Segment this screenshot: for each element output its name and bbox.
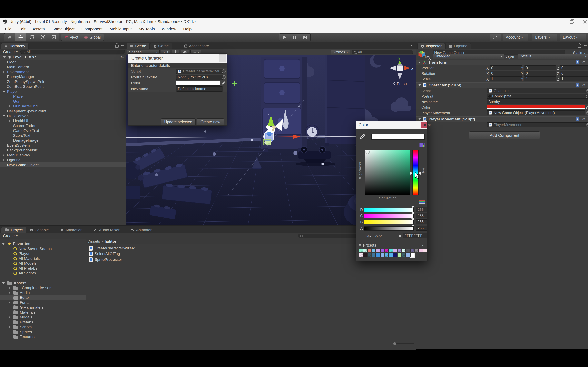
assets-root[interactable]: Assets [0,281,86,285]
play-button[interactable] [279,33,290,41]
character-script-header[interactable]: Character (Script) ? ⚙ [416,82,588,88]
hierarchy-item[interactable]: Player [0,94,126,99]
expand-arrow-icon[interactable] [9,325,10,328]
hierarchy-item[interactable]: MenuCanvas [0,153,126,158]
expand-arrow-icon[interactable] [9,301,10,304]
folder-item[interactable]: Models [0,315,86,320]
rotation-x-field[interactable]: 0 [490,71,522,76]
preset-swatch[interactable] [376,253,380,257]
expand-arrow-icon[interactable] [9,120,11,122]
layout-dropdown[interactable]: Layout▾ [560,34,586,41]
script-object-field[interactable]: CreateCharacterWizar [176,69,223,74]
rotate-tool-button[interactable] [26,33,37,42]
preset-swatch[interactable] [372,249,376,252]
preset-swatch[interactable] [406,253,410,257]
hierarchy-item[interactable]: Floor [0,60,126,65]
red-value-field[interactable]: 255 [416,207,427,212]
lock-icon[interactable] [578,45,581,48]
gear-icon[interactable]: ⚙ [582,83,586,87]
create-new-button[interactable]: Create new [197,118,224,125]
position-x-field[interactable]: 0 [490,66,522,70]
help-icon[interactable]: ? [576,60,579,64]
panel-menu-icon[interactable]: ▾≡ [411,43,414,47]
preset-swatch[interactable] [419,249,423,252]
preset-swatch[interactable] [367,249,371,252]
hierarchy-item[interactable]: EventSystem [0,143,126,148]
wizard-title-bar[interactable]: Create Character [128,54,227,63]
slider-handle[interactable] [393,342,396,345]
rotation-z-field[interactable]: 0 [560,71,588,76]
layer-dropdown[interactable]: Default▾ [518,54,588,59]
move-tool-button[interactable] [15,33,26,42]
hierarchy-item[interactable]: ZomBearSpawnPoint [0,84,126,89]
scene-header-row[interactable]: Level 01 5.x* ▾≡ [0,55,126,60]
preset-swatch[interactable] [363,249,367,252]
scene-menu-icon[interactable]: ▾≡ [121,55,124,59]
folder-item-selected[interactable]: Editor [0,295,86,300]
tab-audio-mixer[interactable]: Audio Mixer [91,227,123,233]
expand-arrow-icon[interactable] [3,56,6,58]
folder-item[interactable]: Fonts [0,300,86,305]
scale-z-field[interactable]: 1 [560,76,588,81]
menu-my-tools[interactable]: My Tools [135,27,158,31]
preset-swatch[interactable] [389,253,393,257]
green-value-field[interactable]: 255 [416,213,427,218]
gear-icon[interactable]: ⚙ [582,60,586,65]
menu-edit[interactable]: Edit [15,27,29,31]
preset-swatch[interactable] [415,249,419,252]
hue-slider[interactable] [412,150,419,195]
menu-help[interactable]: Help [180,27,195,31]
favorite-item[interactable]: All Materials [0,256,86,261]
hand-tool-button[interactable] [4,33,15,42]
favorites-header[interactable]: ★ Favorites [0,242,86,246]
tab-asset-store[interactable]: Asset Store [181,43,212,49]
player-movement-object-field[interactable]: New Game Object (PlayerMovement) [487,110,585,115]
hierarchy-item[interactable]: BackgroundMusic [0,148,126,153]
folder-item[interactable]: Scripts [0,325,86,329]
favorite-item[interactable]: All Prefabs [0,266,86,271]
transform-header[interactable]: Transform ? ⚙ [416,59,588,65]
expand-arrow-icon[interactable] [3,71,4,73]
tab-lighting[interactable]: Lighting [445,43,471,49]
preset-swatch[interactable] [393,253,397,257]
expand-arrow-icon[interactable] [9,291,10,294]
wizard-close-button[interactable] [219,54,226,62]
tab-project[interactable]: Project [1,227,26,233]
color-swatch-field[interactable] [176,81,220,86]
script-object-field[interactable]: Character [487,88,588,93]
expand-arrow-icon[interactable] [3,159,4,161]
menu-mobile-input[interactable]: Mobile Input [106,27,135,31]
gizmos-dropdown[interactable]: Gizmos▾ [330,50,350,55]
project-create-button[interactable]: Create▾ [1,234,20,238]
tab-animator[interactable]: Animator [128,227,155,233]
preset-swatch[interactable] [380,253,384,257]
position-y-field[interactable]: 0 [524,66,556,70]
hierarchy-item-selected[interactable]: New Game Object [0,162,126,167]
hierarchy-item[interactable]: HUDCanvas [0,114,126,118]
picker-mode-icon[interactable] [419,143,425,147]
hex-color-input[interactable]: FFFFFFFF [403,233,427,238]
scale-y-field[interactable]: 1 [524,76,556,81]
menu-gameobject[interactable]: GameObject [48,27,78,31]
preset-swatch[interactable] [423,249,427,252]
player-movement-script-header[interactable]: Player Movement (Script) ? ⚙ [416,117,588,122]
hue-handle-left-icon[interactable] [410,171,412,175]
eyedropper-icon[interactable] [221,81,225,85]
menu-assets[interactable]: Assets [29,27,48,31]
tab-animation[interactable]: Animation [57,227,86,233]
alpha-value-field[interactable]: 255 [416,226,427,231]
hierarchy-item[interactable]: HellephantSpawnPoint [0,109,126,114]
expand-arrow-icon[interactable] [418,84,421,86]
portrait-object-field[interactable]: BombSprite [487,94,588,99]
hierarchy-item[interactable]: Gun [0,99,126,104]
hierarchy-item[interactable]: GunBarrelEnd [0,104,126,109]
object-picker-icon[interactable] [222,75,226,79]
expand-arrow-icon[interactable] [9,316,10,319]
cloud-button[interactable] [490,34,502,41]
sliders-mode-icon[interactable] [419,200,425,205]
expand-arrow-icon[interactable] [3,154,4,156]
help-icon[interactable]: ? [576,117,579,121]
preset-swatch[interactable] [410,253,414,257]
expand-arrow-icon[interactable] [2,282,5,284]
blue-slider[interactable] [364,220,414,224]
